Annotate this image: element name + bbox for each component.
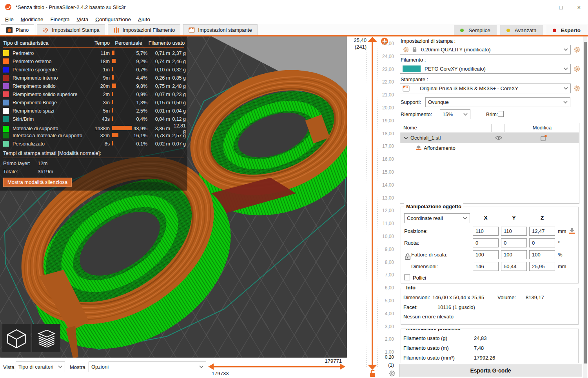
tab-piano[interactable]: Piano xyxy=(1,24,34,35)
mostra-label: Mostra xyxy=(70,364,85,370)
manip-input-x[interactable] xyxy=(473,262,499,271)
layer-slider-track[interactable] xyxy=(372,41,373,367)
menu-aiuto[interactable]: Aiuto xyxy=(134,15,154,24)
dimensions-label: Dimensioni: xyxy=(403,294,430,300)
infill-select[interactable]: 15% xyxy=(440,109,470,119)
print-settings-value: 0.20mm QUALITY (modificato) xyxy=(421,47,490,53)
manip-input-y[interactable] xyxy=(501,250,527,259)
filament-color-swatch xyxy=(403,65,421,72)
manip-row-label: Posizione: xyxy=(404,228,428,234)
feature-time: 5m xyxy=(93,108,110,114)
legend-row: Perimetro esterno18m9,2%0,74 m2,46 g xyxy=(3,57,184,65)
printer-select[interactable]: Original Prusa i3 MK3S & MK3S+ - CoreXY xyxy=(400,84,571,93)
menu-configurazione[interactable]: Configurazione xyxy=(92,15,134,24)
legend-col-type: Tipo di caratteristica xyxy=(3,40,93,46)
mode-avanzata[interactable]: Avanzata xyxy=(500,25,543,35)
manip-input-z[interactable] xyxy=(529,227,555,236)
hslider-right-handle[interactable] xyxy=(339,363,346,370)
mode-semplice[interactable]: Semplice xyxy=(454,25,497,35)
menu-file[interactable]: File xyxy=(2,15,17,24)
drop-to-bed-icon[interactable] xyxy=(569,228,575,234)
feature-label: Personalizzato xyxy=(13,141,93,147)
object-modifier-row[interactable]: Affondamento xyxy=(400,143,579,153)
gear-icon xyxy=(42,27,49,33)
inches-checkbox[interactable] xyxy=(404,274,410,280)
menu-finestra[interactable]: Finestra xyxy=(47,15,73,24)
manip-row-label: Dimensioni: xyxy=(411,264,438,269)
printer-gear-button[interactable] xyxy=(572,84,581,93)
manip-input-z[interactable] xyxy=(529,250,555,259)
legend-row: Riempimento interno9m4,4%0,26 m0,85 g xyxy=(3,74,184,82)
sidebar-scrollbar[interactable] xyxy=(583,36,587,378)
manip-input-y[interactable] xyxy=(501,238,527,247)
layer-tick-label: 18,00 xyxy=(370,131,394,136)
3d-view-button[interactable] xyxy=(2,324,31,352)
coordinate-system-select[interactable]: Coordinate reali xyxy=(404,213,470,223)
layers-view-button[interactable] xyxy=(32,324,60,352)
tab-impostazioni-filamento[interactable]: Impostazioni Filamento xyxy=(108,24,181,35)
feature-time: 18m xyxy=(93,59,110,64)
layer-tick-label: 20,00 xyxy=(370,105,394,111)
chevron-down-icon xyxy=(564,67,568,70)
view-type-select[interactable]: Tipo di caratteri xyxy=(16,362,65,372)
layer-number-current: (241) xyxy=(347,44,367,50)
object-name: Occhiali_1.stl xyxy=(410,135,441,141)
manip-input-y[interactable] xyxy=(501,227,527,236)
bottom-toolbar: Vista Tipo di caratteri Mostra Opzioni 1… xyxy=(0,358,358,378)
unlock-icon[interactable] xyxy=(369,369,377,378)
hslider-left-handle[interactable] xyxy=(208,363,214,370)
manip-input-x[interactable] xyxy=(473,227,499,236)
layer-tick-label: 10,00 xyxy=(370,234,394,239)
manip-unit: mm xyxy=(558,264,566,269)
chevron-down-icon xyxy=(564,87,568,90)
minimize-button[interactable]: — xyxy=(534,0,552,14)
uniform-scale-lock-icon[interactable] xyxy=(405,253,411,260)
right-sidebar: Impostazioni di stampa : 0.20mm QUALITY … xyxy=(399,36,583,378)
supports-select[interactable]: Ovunque xyxy=(425,97,570,107)
filament-select[interactable]: PETG CoreXY (modificato) xyxy=(400,64,571,74)
horizontal-range-slider[interactable] xyxy=(214,366,341,367)
slider-settings-gear-icon[interactable] xyxy=(388,370,396,377)
maximize-button[interactable]: □ xyxy=(552,0,570,14)
feature-grams: 0,32 g xyxy=(170,67,186,73)
mode-label: Avanzata xyxy=(515,27,537,33)
show-silent-mode-button[interactable]: Mostra modalità silenziosa xyxy=(3,178,72,187)
feature-bar-cell xyxy=(110,84,131,89)
manip-input-x[interactable] xyxy=(473,238,499,247)
show-select[interactable]: Opzioni xyxy=(89,362,206,372)
feature-percentage: 4,4% xyxy=(131,75,147,81)
legend-row: Riempimento solido superiore2m0,9%0,07 m… xyxy=(3,90,184,98)
window-title: *Senza titolo - PrusaSlicer-2.4.2 basato… xyxy=(16,4,125,10)
brim-checkbox[interactable] xyxy=(498,111,504,117)
feature-color-swatch xyxy=(3,91,9,97)
expand-chevron-icon[interactable] xyxy=(404,136,408,140)
edit-object-icon[interactable] xyxy=(541,135,547,141)
printer-icon xyxy=(189,27,195,33)
manip-input-z[interactable] xyxy=(529,262,555,271)
manip-input-z[interactable] xyxy=(529,238,555,247)
scrollbar-thumb[interactable] xyxy=(584,42,587,363)
layer-tick-label: 14,00 xyxy=(370,182,394,188)
3d-viewport[interactable]: Tipo di caratteristica Tempo Percentuale… xyxy=(0,36,347,358)
manip-input-x[interactable] xyxy=(473,250,499,259)
legend-row: Riempimento spazi5m2,5%0,01 m0,04 g xyxy=(3,107,184,115)
tab-impostazioni-stampa[interactable]: Impostazioni Stampa xyxy=(37,24,105,35)
menu-vista[interactable]: Vista xyxy=(73,15,92,24)
supports-value: Ovunque xyxy=(428,99,449,105)
print-settings-gear-button[interactable] xyxy=(572,45,581,54)
feature-bar-cell xyxy=(110,133,131,138)
mode-esperto[interactable]: Esperto xyxy=(546,25,587,35)
feature-time: 3m xyxy=(93,100,110,105)
filament-gear-button[interactable] xyxy=(572,64,581,73)
close-button[interactable]: × xyxy=(570,0,588,14)
export-gcode-button[interactable]: Esporta G-code xyxy=(399,364,582,377)
object-row[interactable]: Occhiali_1.stl xyxy=(400,133,579,143)
tab-impostazioni-stampante[interactable]: Impostazioni stampante xyxy=(183,24,257,35)
layer-height-current: 25,40 xyxy=(347,37,367,43)
print-settings-select[interactable]: 0.20mm QUALITY (modificato) xyxy=(400,45,571,55)
menu-modifiche[interactable]: Modifiche xyxy=(17,15,47,24)
feature-bar-cell xyxy=(110,126,131,131)
eye-icon[interactable] xyxy=(495,135,502,140)
manip-input-y[interactable] xyxy=(501,262,527,271)
feature-bar-cell xyxy=(110,67,131,73)
